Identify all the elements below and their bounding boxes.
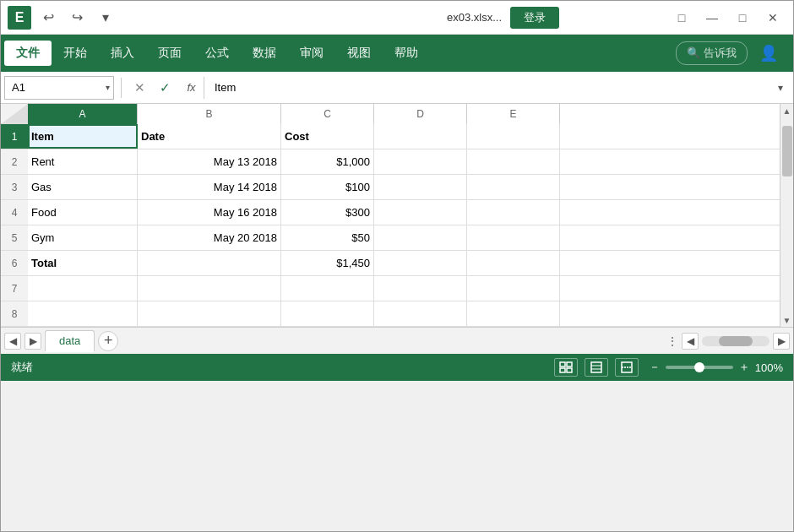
cell-reference: A1 — [12, 81, 25, 94]
name-box[interactable]: A1 ▾ — [4, 76, 114, 100]
cell-e1[interactable] — [467, 124, 560, 149]
quick-access-more[interactable]: ▾ — [94, 6, 117, 30]
title-center: ex03.xlsx... 登录 — [338, 7, 668, 29]
cell-c3[interactable]: $100 — [281, 175, 374, 199]
window-restore-icon[interactable]: □ — [668, 6, 695, 30]
sheet-tabs-bar: ◀ ▶ data + ⋮ ◀ ▶ — [1, 327, 793, 354]
cell-a5[interactable]: Gym — [28, 225, 138, 250]
cell-d3[interactable] — [374, 175, 467, 199]
formula-expand-icon[interactable]: ▾ — [778, 82, 790, 94]
scroll-thumb[interactable] — [782, 126, 792, 176]
cell-c4[interactable]: $300 — [281, 200, 374, 225]
close-button[interactable]: ✕ — [759, 6, 786, 30]
cell-d1[interactable] — [374, 124, 467, 149]
vertical-scrollbar[interactable]: ▲ ▼ — [780, 104, 793, 327]
cell-b6[interactable] — [138, 251, 281, 275]
zoom-minus-button[interactable]: － — [649, 360, 661, 375]
col-header-d[interactable]: D — [374, 104, 467, 124]
cell-a4[interactable]: Food — [28, 200, 138, 225]
table-row: 4 Food May 16 2018 $300 — [1, 200, 780, 225]
cell-b4[interactable]: May 16 2018 — [138, 200, 281, 225]
hscroll-thumb[interactable] — [719, 336, 753, 346]
cell-e8[interactable] — [467, 301, 560, 326]
cell-d8[interactable] — [374, 301, 467, 326]
confirm-formula-button[interactable]: ✓ — [154, 77, 176, 99]
table-row: 1 Item Date Cost — [1, 124, 780, 149]
menu-item-file[interactable]: 文件 — [4, 41, 52, 66]
cell-a7[interactable] — [28, 276, 138, 301]
grid-container: A B C D E 1 Item Date Cost — [1, 104, 780, 327]
hscroll-left[interactable]: ◀ — [682, 333, 699, 350]
zoom-thumb[interactable] — [694, 362, 704, 372]
add-sheet-button[interactable]: + — [98, 331, 118, 351]
horizontal-scrollbar[interactable] — [702, 336, 770, 346]
col-header-e[interactable]: E — [467, 104, 560, 124]
cell-a2[interactable]: Rent — [28, 149, 138, 174]
cell-e6[interactable] — [467, 251, 560, 275]
cell-e4[interactable] — [467, 200, 560, 225]
cell-a8[interactable] — [28, 301, 138, 326]
row-num-1: 1 — [1, 124, 28, 149]
menu-item-help[interactable]: 帮助 — [383, 41, 430, 66]
cell-b7[interactable] — [138, 276, 281, 301]
cell-c2[interactable]: $1,000 — [281, 149, 374, 174]
user-icon[interactable]: 👤 — [748, 39, 790, 68]
sheet-tab-data[interactable]: data — [45, 330, 95, 352]
cell-c7[interactable] — [281, 276, 374, 301]
zoom-slider[interactable] — [666, 366, 733, 369]
normal-view-button[interactable] — [554, 358, 578, 377]
hscroll-right[interactable]: ▶ — [773, 333, 790, 350]
menu-item-formula[interactable]: 公式 — [193, 41, 241, 66]
cell-e2[interactable] — [467, 149, 560, 174]
search-box[interactable]: 🔍 告诉我 — [676, 41, 748, 65]
cell-d4[interactable] — [374, 200, 467, 225]
cell-e5[interactable] — [467, 225, 560, 250]
cell-a1[interactable]: Item — [28, 124, 138, 149]
cell-c6[interactable]: $1,450 — [281, 251, 374, 275]
menu-item-insert[interactable]: 插入 — [99, 41, 146, 66]
restore-button[interactable]: □ — [729, 6, 756, 30]
cell-a3[interactable]: Gas — [28, 175, 138, 199]
cell-b8[interactable] — [138, 301, 281, 326]
menu-item-view[interactable]: 视图 — [335, 41, 383, 66]
login-button[interactable]: 登录 — [510, 7, 559, 29]
cancel-formula-button[interactable]: ✕ — [128, 77, 150, 99]
zoom-plus-button[interactable]: ＋ — [738, 360, 750, 375]
formula-input[interactable]: Item — [208, 76, 775, 100]
cell-d6[interactable] — [374, 251, 467, 275]
cell-b3[interactable]: May 14 2018 — [138, 175, 281, 199]
minimize-button[interactable]: — — [699, 6, 726, 30]
cell-b2[interactable]: May 13 2018 — [138, 149, 281, 174]
cell-d7[interactable] — [374, 276, 467, 301]
cell-e7[interactable] — [467, 276, 560, 301]
cell-d2[interactable] — [374, 149, 467, 174]
cell-c5[interactable]: $50 — [281, 225, 374, 250]
page-layout-button[interactable] — [585, 358, 608, 377]
menu-item-data[interactable]: 数据 — [241, 41, 288, 66]
page-break-button[interactable] — [615, 358, 639, 377]
cell-a6[interactable]: Total — [28, 251, 138, 275]
menu-item-review[interactable]: 审阅 — [288, 41, 335, 66]
svg-rect-4 — [567, 368, 572, 372]
col-header-b[interactable]: B — [138, 104, 281, 124]
tab-scroll-left[interactable]: ◀ — [4, 333, 21, 350]
cell-c1[interactable]: Cost — [281, 124, 374, 149]
scroll-track[interactable] — [782, 117, 792, 313]
tab-more-icon[interactable]: ⋮ — [666, 334, 678, 348]
col-header-a[interactable]: A — [28, 104, 138, 124]
menu-item-page[interactable]: 页面 — [146, 41, 193, 66]
undo-button[interactable]: ↩ — [36, 6, 60, 30]
tab-scroll-right[interactable]: ▶ — [24, 333, 41, 350]
cell-e3[interactable] — [467, 175, 560, 199]
row-num-7: 7 — [1, 276, 28, 301]
scroll-down-button[interactable]: ▼ — [780, 313, 794, 327]
col-header-c[interactable]: C — [281, 104, 374, 124]
redo-button[interactable]: ↪ — [65, 6, 89, 30]
cell-b5[interactable]: May 20 2018 — [138, 225, 281, 250]
cell-c8[interactable] — [281, 301, 374, 326]
name-box-arrow[interactable]: ▾ — [106, 83, 110, 92]
cell-d5[interactable] — [374, 225, 467, 250]
scroll-up-button[interactable]: ▲ — [780, 104, 794, 117]
menu-item-home[interactable]: 开始 — [52, 41, 99, 66]
cell-b1[interactable]: Date — [138, 124, 281, 149]
